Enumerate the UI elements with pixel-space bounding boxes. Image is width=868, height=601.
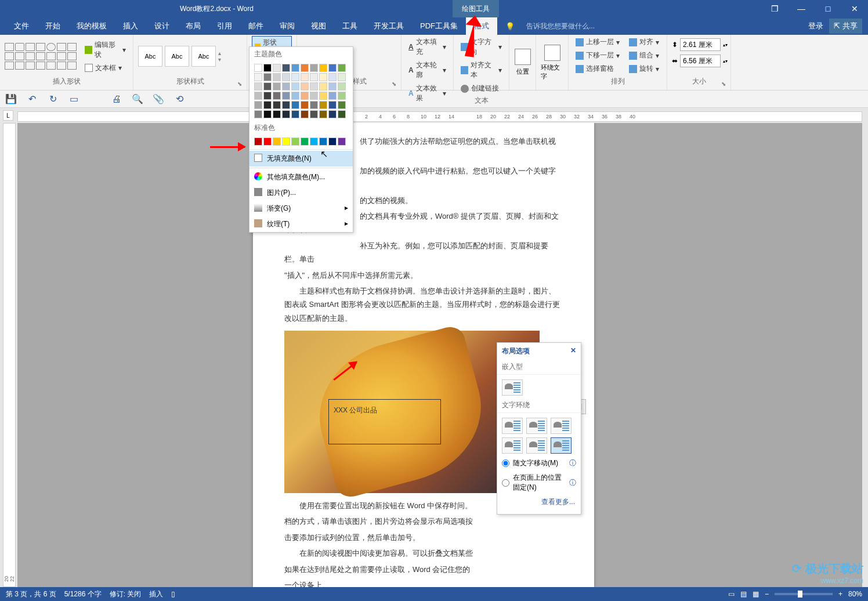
color-swatch[interactable] xyxy=(301,110,309,118)
save-icon[interactable]: 💾 xyxy=(6,94,16,104)
color-swatch[interactable] xyxy=(282,110,290,118)
info-icon[interactable]: ⓘ xyxy=(569,458,576,468)
track-changes-status[interactable]: 修订: 关闭 xyxy=(110,589,142,599)
color-swatch[interactable] xyxy=(263,73,272,81)
tab-layout[interactable]: 布局 xyxy=(178,17,209,35)
color-swatch[interactable] xyxy=(273,82,281,90)
minimize-button[interactable]: — xyxy=(788,0,815,17)
width-input[interactable] xyxy=(680,55,721,67)
tab-mytemplates[interactable]: 我的模板 xyxy=(68,17,115,35)
insert-mode[interactable]: 插入 xyxy=(149,589,163,599)
color-swatch[interactable] xyxy=(338,73,346,81)
color-swatch[interactable] xyxy=(319,110,327,118)
page-indicator[interactable]: 第 3 页，共 6 页 xyxy=(6,589,56,599)
login-button[interactable]: 登录 xyxy=(808,21,823,31)
tab-mailings[interactable]: 邮件 xyxy=(240,17,272,35)
wrap-square-option[interactable] xyxy=(502,418,523,434)
color-swatch[interactable] xyxy=(282,92,290,100)
no-fill-menuitem[interactable]: 无填充颜色(N) xyxy=(249,151,353,166)
qat-icon[interactable]: 🖨 xyxy=(111,94,122,104)
height-input[interactable] xyxy=(680,38,721,51)
color-swatch[interactable] xyxy=(319,92,327,100)
color-swatch[interactable] xyxy=(263,137,272,146)
view-icon[interactable]: ▤ xyxy=(740,590,747,598)
color-swatch[interactable] xyxy=(301,64,309,72)
text-outline-button[interactable]: A文本轮廓 ▾ xyxy=(406,59,449,81)
wrap-behind-option[interactable] xyxy=(526,437,547,454)
fix-position-radio[interactable] xyxy=(502,479,509,487)
color-swatch[interactable] xyxy=(291,110,299,118)
dialog-launcher-icon[interactable]: ⬊ xyxy=(721,81,728,88)
word-count[interactable]: 5/1286 个字 xyxy=(64,589,102,599)
dialog-launcher-icon[interactable]: ⬊ xyxy=(392,81,399,88)
tab-developer[interactable]: 开发工具 xyxy=(366,17,412,35)
color-swatch[interactable] xyxy=(301,137,309,146)
vertical-ruler[interactable]: 222018 161412 1086 422 468 xyxy=(3,123,16,587)
tell-me-input[interactable]: 告诉我您想要做什么... xyxy=(526,21,595,31)
tab-file[interactable]: 文件 xyxy=(6,17,37,35)
color-swatch[interactable] xyxy=(254,137,262,146)
wrap-topbottom-option[interactable] xyxy=(502,437,523,454)
wrap-front-option[interactable] xyxy=(551,437,572,454)
tab-review[interactable]: 审阅 xyxy=(272,17,303,35)
color-swatch[interactable] xyxy=(328,110,337,118)
picture-fill-menuitem[interactable]: 图片(P)... xyxy=(249,185,353,201)
color-swatch[interactable] xyxy=(263,110,272,118)
color-swatch[interactable] xyxy=(291,64,299,72)
align-text-button[interactable]: 对齐文本 ▾ xyxy=(458,59,504,81)
color-swatch[interactable] xyxy=(254,82,262,90)
color-swatch[interactable] xyxy=(328,101,337,109)
tab-pdf[interactable]: PDF工具集 xyxy=(412,17,466,35)
tab-home[interactable]: 开始 xyxy=(37,17,68,35)
text-fill-button[interactable]: A文本填充 ▾ xyxy=(406,36,449,58)
tab-references[interactable]: 引用 xyxy=(209,17,240,35)
color-swatch[interactable] xyxy=(254,92,262,100)
color-swatch[interactable] xyxy=(263,64,272,72)
redo-icon[interactable]: ↻ xyxy=(48,94,58,104)
textbox-button[interactable]: 文本框 ▾ xyxy=(82,62,128,74)
shape-style-thumb[interactable]: Abc xyxy=(191,46,216,67)
color-swatch[interactable] xyxy=(282,82,290,90)
gradient-fill-menuitem[interactable]: 渐变(G)▸ xyxy=(249,201,353,216)
color-swatch[interactable] xyxy=(282,137,290,146)
color-swatch[interactable] xyxy=(338,137,346,146)
move-with-text-radio[interactable] xyxy=(502,459,509,467)
color-swatch[interactable] xyxy=(301,101,309,109)
color-swatch[interactable] xyxy=(338,101,346,109)
color-swatch[interactable] xyxy=(338,92,346,100)
color-swatch[interactable] xyxy=(273,73,281,81)
info-icon[interactable]: ⓘ xyxy=(569,478,576,488)
send-backward-button[interactable]: 下移一层 ▾ xyxy=(573,49,622,61)
color-swatch[interactable] xyxy=(319,137,327,146)
selection-pane-button[interactable]: 选择窗格 xyxy=(573,63,622,75)
color-swatch[interactable] xyxy=(319,64,327,72)
color-swatch[interactable] xyxy=(291,92,299,100)
color-swatch[interactable] xyxy=(328,92,337,100)
color-swatch[interactable] xyxy=(310,110,318,118)
color-swatch[interactable] xyxy=(273,110,281,118)
see-more-link[interactable]: 查看更多... xyxy=(497,495,581,509)
color-swatch[interactable] xyxy=(310,101,318,109)
shape-style-thumb[interactable]: Abc xyxy=(165,46,189,67)
wrap-tight-option[interactable] xyxy=(526,418,547,434)
color-swatch[interactable] xyxy=(310,137,318,146)
color-swatch[interactable] xyxy=(254,73,262,81)
color-swatch[interactable] xyxy=(319,82,327,90)
zoom-slider[interactable] xyxy=(775,593,833,595)
view-icon[interactable]: ▭ xyxy=(728,590,735,598)
align-button[interactable]: 对齐 ▾ xyxy=(627,36,661,48)
horizontal-ruler[interactable]: 24 68 1012 1418 2022 2426 2830 3234 3638… xyxy=(17,111,862,122)
color-swatch[interactable] xyxy=(273,137,281,146)
position-icon[interactable] xyxy=(515,49,531,65)
color-swatch[interactable] xyxy=(254,101,262,109)
group-button[interactable]: 组合 ▾ xyxy=(627,49,661,61)
tab-tools[interactable]: 工具 xyxy=(334,17,366,35)
view-icon[interactable]: ▦ xyxy=(753,590,759,598)
texture-fill-menuitem[interactable]: 纹理(T)▸ xyxy=(249,216,353,232)
wrap-text-icon[interactable] xyxy=(544,45,560,61)
status-icon[interactable]: ▯ xyxy=(171,590,175,598)
color-swatch[interactable] xyxy=(328,73,337,81)
color-swatch[interactable] xyxy=(328,82,337,90)
color-swatch[interactable] xyxy=(328,137,337,146)
color-swatch[interactable] xyxy=(263,82,272,90)
